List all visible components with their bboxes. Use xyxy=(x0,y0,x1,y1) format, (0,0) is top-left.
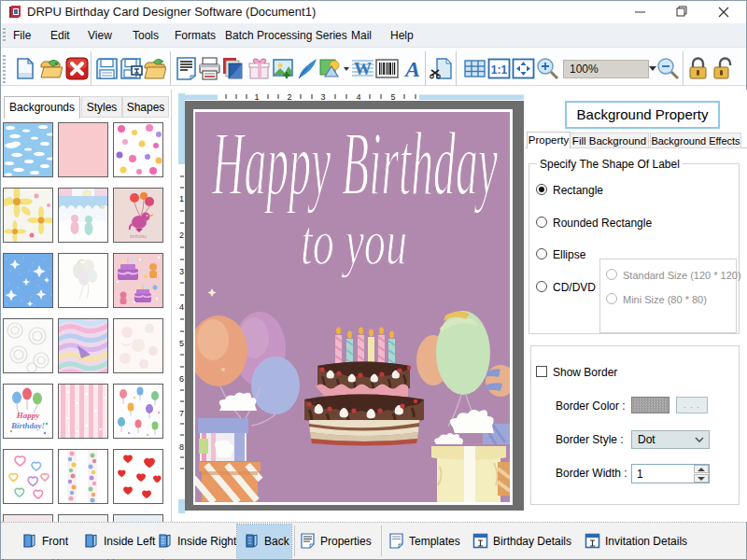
svg-text:A: A xyxy=(403,57,420,80)
svg-text:6: 6 xyxy=(179,374,184,384)
svg-text:birthday: birthday xyxy=(130,233,147,239)
svg-text:2: 2 xyxy=(287,93,291,100)
svg-text:4: 4 xyxy=(356,93,360,100)
svg-text:5: 5 xyxy=(390,93,395,100)
svg-text:1: 1 xyxy=(179,194,184,203)
svg-text:3: 3 xyxy=(179,267,184,276)
svg-text:Birthday!: Birthday! xyxy=(10,421,45,430)
svg-text:1:1: 1:1 xyxy=(491,63,508,77)
svg-text:Happy: Happy xyxy=(16,411,41,420)
svg-text:1: 1 xyxy=(254,93,259,100)
svg-text:W: W xyxy=(354,59,372,78)
svg-text:to you: to you xyxy=(301,206,407,278)
svg-text:2: 2 xyxy=(179,231,184,240)
svg-text:3: 3 xyxy=(320,93,325,100)
svg-text:7: 7 xyxy=(179,409,184,418)
svg-text:5: 5 xyxy=(179,339,184,348)
svg-text:Happy Birthday: Happy Birthday xyxy=(211,114,498,214)
svg-text:4: 4 xyxy=(179,302,184,312)
svg-text:8: 8 xyxy=(179,442,184,452)
